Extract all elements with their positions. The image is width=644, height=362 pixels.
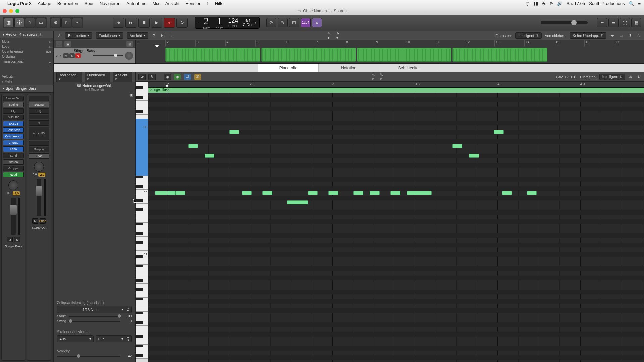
lcd-bars[interactable]: 2 — [202, 15, 211, 27]
strip2-mute[interactable]: M — [32, 218, 38, 224]
midi-note[interactable] — [328, 191, 338, 195]
lcd-tempo[interactable]: 124 — [228, 17, 238, 24]
ruler-bar[interactable]: 5 — [255, 40, 259, 46]
scale-quantize-scale[interactable]: Dur▾ Q — [96, 335, 132, 342]
lcd-beats[interactable]: 1 — [215, 15, 224, 27]
ruler-bar[interactable]: 17 — [614, 40, 619, 46]
cycle-button[interactable]: ↻ — [176, 18, 188, 28]
midi-note[interactable] — [262, 191, 272, 195]
midi-region[interactable] — [261, 48, 356, 62]
pr-ruler-bar[interactable]: 4 — [497, 82, 499, 86]
midi-out-icon[interactable]: ◉ — [174, 74, 181, 80]
count-in-button[interactable]: 1234 — [301, 18, 311, 27]
quick-help-toggle[interactable]: ? — [25, 18, 35, 27]
piano-keyboard[interactable]: C3C2C1 — [136, 82, 148, 362]
track-record[interactable]: R — [75, 53, 81, 58]
replace-mode-button[interactable]: ⊘ — [266, 18, 276, 27]
velocity-slider[interactable] — [57, 356, 120, 357]
lcd-display[interactable]: ⌐ 2TAKT 1BEAT 124TEMPO 4/4C-Dur ▾ — [195, 17, 260, 29]
pr-zoom-h[interactable]: ◂▸ — [628, 74, 633, 80]
strip2-setting[interactable]: Setting — [29, 102, 49, 107]
track-icon[interactable]: ♪ — [60, 54, 61, 57]
library-toggle[interactable]: ▥ — [4, 18, 14, 27]
menu-track[interactable]: Spur — [85, 1, 94, 6]
pr-snap-select[interactable]: Intelligent ⇳ — [599, 74, 625, 80]
forward-button[interactable]: ⏭ — [125, 18, 137, 28]
quantize-swing-slider[interactable] — [68, 321, 120, 322]
smart-controls-toggle[interactable]: ⚙ — [51, 18, 61, 27]
track-solo[interactable]: S — [69, 53, 75, 58]
track-pan-knob[interactable] — [125, 52, 133, 60]
arrange-playhead[interactable] — [155, 45, 159, 48]
tab-stepeditor[interactable]: Schritteditor — [379, 64, 439, 72]
midi-note[interactable] — [469, 154, 479, 158]
region-inspector-header[interactable]: ▾ Region: 4 ausgewählt — [0, 31, 53, 38]
menu-extras-icon[interactable]: ≡ — [638, 1, 641, 6]
ruler-bar[interactable]: 1 — [136, 40, 139, 46]
strip2-eq[interactable]: EQ — [29, 108, 49, 114]
inspector-toggle[interactable]: ⓘ — [14, 18, 24, 27]
automation-icon[interactable]: ⟳ — [152, 33, 157, 38]
status-cloud-icon[interactable]: ◌ — [526, 1, 529, 6]
strip-group[interactable]: Gruppe — [3, 166, 24, 171]
midi-note[interactable] — [229, 130, 239, 134]
strip2-link[interactable]: ⊙ — [29, 120, 49, 126]
zoom-button[interactable] — [15, 9, 19, 13]
close-button[interactable] — [3, 9, 7, 13]
tab-notation[interactable]: Notation — [319, 64, 379, 72]
pr-zoom-v[interactable]: ⬍ — [636, 74, 641, 80]
metronome-button[interactable]: ▲ — [312, 18, 322, 27]
master-volume-slider[interactable] — [541, 21, 588, 24]
ruler-bar[interactable]: 11 — [435, 40, 440, 46]
link-icon[interactable]: ⌘ — [194, 74, 201, 80]
midi-note[interactable] — [390, 191, 400, 195]
status-volume-icon[interactable]: 🔊 — [557, 1, 562, 6]
midi-note[interactable] — [452, 144, 463, 148]
pr-ruler-bar[interactable]: 4 3 — [580, 82, 585, 86]
midi-note[interactable] — [308, 191, 318, 195]
ruler-bar[interactable]: 14 — [524, 40, 529, 46]
status-dropbox-icon[interactable]: ⬘ — [542, 1, 545, 6]
track-name[interactable]: Stinger Bass — [74, 49, 95, 53]
ruler-bar[interactable]: 7 — [315, 40, 318, 46]
arrange-ruler[interactable]: 1234567891011121314151617 — [136, 40, 644, 63]
waveform-zoom-icon[interactable]: ∿ — [636, 33, 641, 38]
midi-note[interactable] — [242, 191, 252, 195]
ruler-bar[interactable]: 6 — [285, 40, 288, 46]
pr-view-menu[interactable]: Ansicht ▾ — [113, 72, 132, 82]
ruler-bar[interactable]: 8 — [345, 40, 348, 46]
pr-functions-menu[interactable]: Funktionen ▾ — [85, 72, 110, 82]
zoom-fit-icon[interactable]: ▭ — [619, 33, 624, 38]
add-track-button[interactable]: + — [56, 41, 62, 47]
menu-record[interactable]: Aufnahme — [126, 1, 146, 6]
ruler-bar[interactable]: 4 — [225, 40, 229, 46]
strip-instrument[interactable]: EXS24 — [3, 121, 24, 126]
strip-setting[interactable]: Setting — [3, 102, 24, 107]
zoom-h-icon[interactable]: ◂▸ — [610, 33, 615, 38]
menu-mix[interactable]: Mix — [153, 1, 159, 6]
rewind-button[interactable]: ⏮ — [113, 18, 124, 28]
piano-roll-region-label[interactable]: Stinger Bass — [148, 88, 644, 93]
ruler-bar[interactable]: 13 — [494, 40, 499, 46]
strip2-pan-knob[interactable] — [34, 162, 44, 172]
pencil-tool-icon[interactable]: ✎ ▾ — [336, 33, 342, 38]
collapse-icon[interactable]: ⇵ — [184, 74, 191, 80]
menu-help[interactable]: Hilfe — [215, 1, 224, 6]
strip2-automation[interactable]: Read — [29, 153, 49, 159]
strip-solo[interactable]: S — [14, 237, 20, 242]
catch-icon[interactable]: ↳ — [169, 33, 174, 38]
toolbar-toggle[interactable]: ▭ — [36, 18, 46, 27]
midi-note[interactable] — [353, 191, 363, 195]
midi-note[interactable] — [155, 191, 176, 195]
midi-region[interactable] — [357, 48, 451, 62]
menu-1[interactable]: 1 — [206, 1, 209, 6]
arrange-functions-menu[interactable]: Funktionen ▾ — [96, 32, 123, 39]
menu-edit[interactable]: Bearbeiten — [57, 1, 78, 6]
duplicate-track-button[interactable]: ▣ — [64, 41, 71, 47]
status-wifi-icon[interactable]: ⊚ — [549, 1, 553, 6]
strip-automation[interactable]: Read — [3, 172, 24, 177]
pr-ruler-bar[interactable]: 2 3 — [250, 82, 254, 86]
low-latency-button[interactable]: ✎ — [278, 18, 288, 27]
piano-roll-grid[interactable]: 22 333 344 3 Stinger Bass — [148, 82, 644, 362]
menubar-user[interactable]: South Productions — [589, 1, 625, 6]
